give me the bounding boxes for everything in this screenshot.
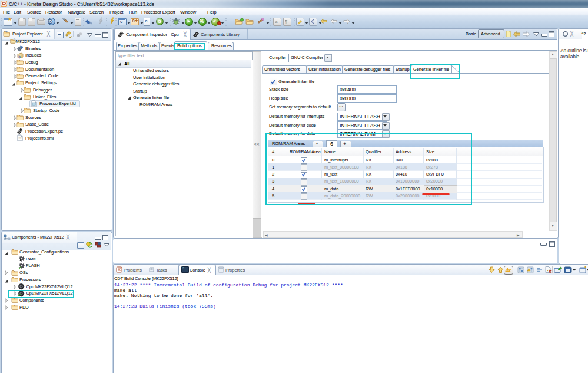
svg-text:h: h [18,54,21,58]
